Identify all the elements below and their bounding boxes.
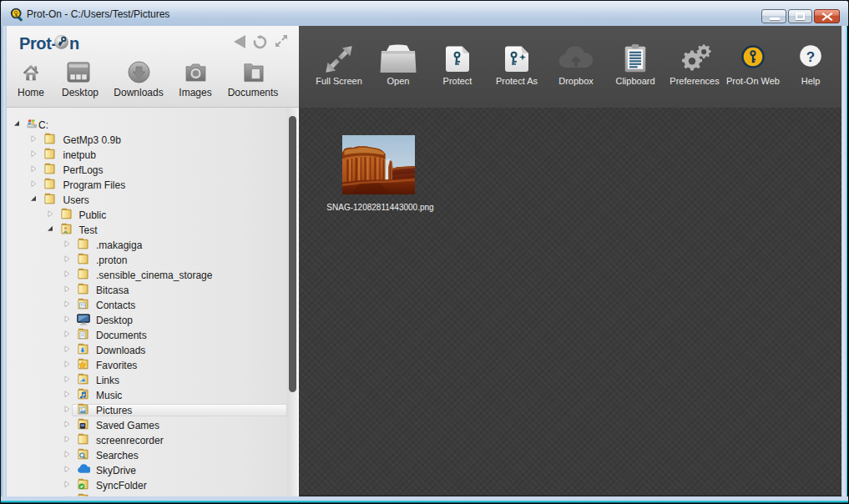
svg-text:?: ? <box>806 49 815 65</box>
